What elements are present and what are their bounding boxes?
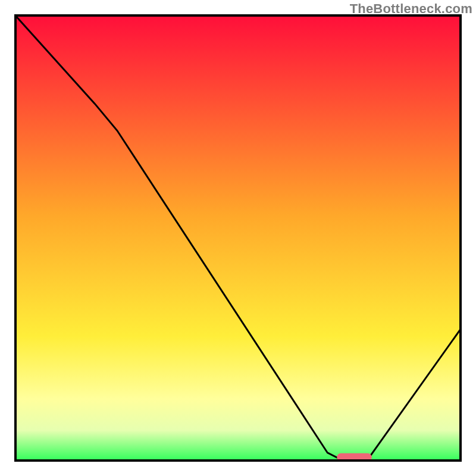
chart-svg [14, 14, 462, 462]
plot-area [14, 14, 462, 462]
gradient-background [14, 14, 462, 462]
watermark-text: TheBottleneck.com [350, 1, 472, 17]
chart-container: TheBottleneck.com [0, 0, 476, 476]
